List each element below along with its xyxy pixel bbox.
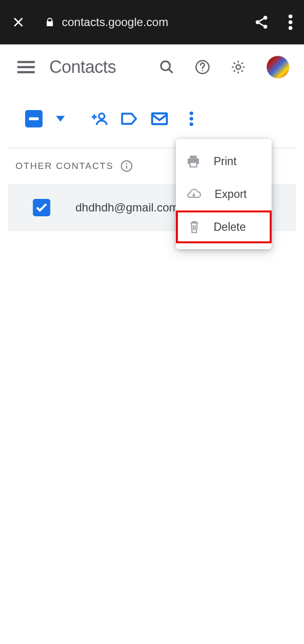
svg-rect-16 <box>29 117 39 120</box>
share-icon[interactable] <box>254 14 269 30</box>
hamburger-menu-icon[interactable] <box>17 60 35 74</box>
svg-rect-29 <box>190 162 197 167</box>
menu-item-label: Print <box>214 155 236 168</box>
label-icon[interactable] <box>121 112 137 126</box>
svg-point-7 <box>289 26 292 30</box>
svg-point-22 <box>189 117 193 121</box>
address-bar[interactable]: contacts.google.com <box>44 15 254 29</box>
dropdown-arrow-icon[interactable] <box>56 116 65 122</box>
select-all-checkbox[interactable] <box>25 110 43 127</box>
browser-bar: contacts.google.com <box>0 0 304 44</box>
add-contact-icon[interactable] <box>90 112 107 126</box>
svg-rect-27 <box>190 155 197 158</box>
svg-point-23 <box>189 123 193 126</box>
menu-item-label: Delete <box>214 221 246 234</box>
svg-point-3 <box>256 20 260 24</box>
svg-point-4 <box>263 25 267 28</box>
help-icon[interactable] <box>195 59 210 75</box>
search-icon[interactable] <box>159 59 174 75</box>
svg-point-11 <box>161 61 170 70</box>
section-title: OTHER CONTACTS <box>15 161 114 171</box>
menu-item-delete[interactable]: Delete <box>176 210 272 243</box>
more-actions-menu: Print Export Delete <box>176 139 272 249</box>
app-header: Contacts <box>0 44 304 90</box>
avatar[interactable] <box>266 56 290 79</box>
kebab-menu-icon[interactable] <box>289 14 292 30</box>
svg-point-19 <box>99 113 105 119</box>
menu-item-export[interactable]: Export <box>176 178 272 210</box>
svg-line-12 <box>169 69 173 73</box>
svg-point-15 <box>236 65 240 69</box>
svg-point-21 <box>189 112 193 115</box>
svg-point-2 <box>263 16 267 20</box>
menu-item-print[interactable]: Print <box>176 145 272 178</box>
trash-icon <box>188 220 200 234</box>
svg-point-5 <box>289 14 292 18</box>
contact-checkbox[interactable] <box>33 199 50 216</box>
svg-point-25 <box>126 163 128 165</box>
lock-icon <box>44 17 55 28</box>
menu-item-label: Export <box>215 188 246 201</box>
contact-email: dhdhdh@gmail.com <box>75 201 179 214</box>
svg-point-6 <box>289 20 292 24</box>
email-icon[interactable] <box>151 112 168 126</box>
app-title: Contacts <box>49 57 159 77</box>
svg-rect-20 <box>152 113 167 124</box>
printer-icon <box>187 155 200 168</box>
close-icon[interactable] <box>12 15 25 29</box>
info-icon[interactable] <box>120 160 133 172</box>
gear-icon[interactable] <box>231 59 246 75</box>
cloud-download-icon <box>187 188 201 200</box>
url-text: contacts.google.com <box>62 15 168 29</box>
svg-point-14 <box>202 70 203 71</box>
more-actions-icon[interactable] <box>189 112 193 126</box>
